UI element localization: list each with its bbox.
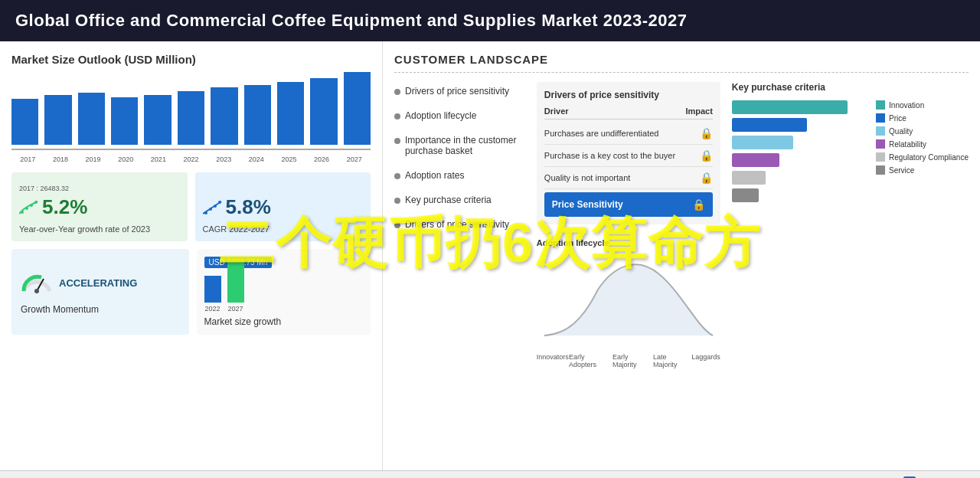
legend-color-regulatory	[876, 152, 885, 162]
key-chart-area: Innovation Price Quality	[732, 100, 969, 202]
start-value: 2017 : 26483.32	[19, 185, 180, 192]
chart-years: 2017 2018 2019 2020 2021 2022 2023 2024 …	[11, 154, 371, 165]
growth-bar-green	[227, 260, 244, 303]
legend-service: Service	[876, 165, 969, 175]
bar-group	[44, 95, 71, 145]
growth-bars: 2022 2027	[204, 274, 364, 313]
driver-text-3: Quality is not important	[544, 173, 631, 182]
bar-group	[211, 87, 237, 145]
bar-group	[11, 99, 38, 145]
bar-2026	[310, 78, 337, 145]
bar-2027	[344, 72, 371, 145]
criteria-dot	[394, 198, 400, 204]
criteria-item: Adoption rates	[394, 170, 525, 181]
bar-group	[78, 93, 105, 145]
footer: 17000+ Reports covering niche topics. Re…	[0, 470, 980, 478]
criteria-list: Drivers of price sensitivity Adoption li…	[394, 82, 525, 419]
bar-price	[732, 118, 807, 132]
year-label: 2019	[77, 156, 109, 163]
bar-2025	[277, 82, 304, 145]
criteria-item: Key purchase criteria	[394, 195, 525, 205]
middle-section: Drivers of price sensitivity Driver Impa…	[537, 82, 720, 419]
driver-text-1: Purchases are undifferentiated	[544, 129, 659, 138]
bars-container	[732, 100, 868, 202]
legend-label-regulatory: Regulatory Compliance	[889, 153, 969, 162]
growth-label: Market size growth	[204, 316, 364, 327]
adoption-curve-svg	[537, 251, 720, 343]
driver-row-1: Purchases are undifferentiated 🔒	[544, 123, 713, 145]
stat-box-yoy: 2017 : 26483.32 5.2% Year-over-Year grow…	[11, 172, 188, 241]
stat-box-cagr: 5.8% CAGR 2022-2027	[195, 172, 371, 241]
year-label: 2020	[109, 156, 142, 163]
legend-label-relatability: Relatability	[889, 140, 926, 149]
svg-point-6	[214, 205, 217, 208]
criteria-text: Importance in the customer purchase bask…	[405, 135, 525, 156]
legend-color-service	[876, 165, 885, 175]
driver-text-2: Purchase is a key cost to the buyer	[544, 151, 675, 160]
bar-group	[144, 95, 171, 145]
key-purchase-title: Key purchase criteria	[732, 82, 969, 93]
bar-2022	[178, 91, 204, 145]
bar-group	[178, 91, 204, 145]
criteria-dot	[394, 89, 400, 95]
adoption-curve-area	[537, 251, 720, 351]
year-label: 2025	[273, 156, 305, 163]
page-wrapper: Global Office and Commercial Coffee Equi…	[0, 0, 980, 478]
bar-2023	[211, 87, 237, 145]
drivers-title: Drivers of price sensitivity	[544, 90, 713, 100]
stat-label-cagr: CAGR 2022-2027	[203, 224, 364, 234]
adoption-title: Adoption lifecycle	[537, 238, 720, 247]
criteria-dot	[394, 222, 400, 228]
legend-label-service: Service	[889, 166, 914, 175]
driver-row-2: Purchase is a key cost to the buyer 🔒	[544, 145, 713, 167]
svg-point-7	[218, 201, 221, 204]
customer-title: CUSTOMER LANDSCAPE	[394, 53, 969, 73]
year-label: 2024	[240, 156, 273, 163]
left-panel: Market Size Outlook (USD Million) 2017 2…	[0, 41, 383, 470]
col-driver: Driver	[544, 106, 569, 116]
accel-sub: Growth Momentum	[21, 304, 180, 315]
bar-innovation	[732, 100, 848, 114]
growth-year-2027: 2027	[227, 305, 243, 313]
adoption-innovators: Innovators	[537, 353, 569, 368]
criteria-item: Drivers of price sensitivity	[394, 86, 525, 97]
legend-price: Price	[876, 113, 969, 123]
lock-icon-price: 🔒	[692, 198, 705, 211]
header-title: Global Office and Commercial Coffee Equi…	[15, 11, 687, 30]
market-title: Market Size Outlook (USD Million)	[11, 53, 371, 66]
year-label: 2027	[338, 156, 371, 163]
stat-label-yoy: Year-over-Year growth rate of 2023	[19, 224, 180, 234]
growth-year-2022: 2022	[204, 305, 220, 313]
criteria-item: Drivers of price sensitivity	[394, 219, 525, 230]
bar-regulatory	[732, 171, 766, 185]
customer-main: Drivers of price sensitivity Adoption li…	[394, 82, 969, 419]
criteria-dot	[394, 113, 400, 120]
year-label: 2023	[207, 156, 240, 163]
legend-innovation: Innovation	[876, 100, 969, 110]
horiz-bars	[732, 100, 868, 202]
svg-point-3	[34, 201, 38, 204]
legend-color-price	[876, 113, 885, 123]
trend-icon	[19, 200, 38, 215]
bar-service	[732, 188, 760, 202]
legend-container: Innovation Price Quality	[876, 100, 969, 202]
growth-bar-2022: 2022	[204, 276, 221, 313]
adoption-late-majority: Late Majority	[653, 353, 691, 368]
bar-2019	[78, 93, 105, 145]
right-panel: CUSTOMER LANDSCAPE Drivers of price sens…	[383, 41, 980, 470]
bar-group	[277, 82, 304, 145]
bar-group	[310, 78, 337, 145]
year-label: 2022	[175, 156, 207, 163]
svg-point-2	[30, 204, 33, 207]
bar-quality	[732, 136, 793, 149]
lock-icon-1: 🔒	[700, 127, 713, 139]
criteria-dot	[394, 138, 400, 144]
bar-chart	[11, 74, 371, 150]
lock-icon-2: 🔒	[700, 149, 713, 162]
col-headers: Driver Impact	[544, 106, 713, 120]
year-label: 2018	[44, 156, 77, 163]
year-label: 2026	[305, 156, 338, 163]
criteria-text: Adoption rates	[405, 170, 464, 181]
bar-group	[244, 85, 271, 145]
adoption-early-adopters: Early Adopters	[569, 353, 612, 368]
